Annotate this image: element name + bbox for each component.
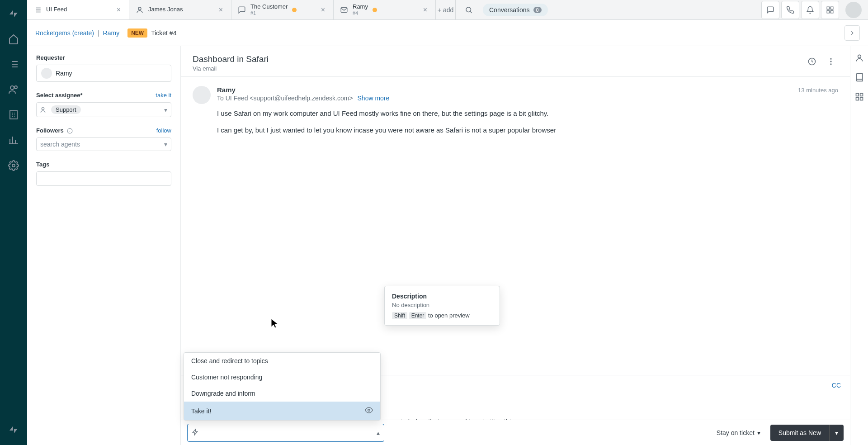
mail-icon <box>340 6 348 14</box>
tags-label: Tags <box>36 161 171 168</box>
grid-icon <box>855 92 864 101</box>
nav-org[interactable] <box>2 103 25 127</box>
conversations-pill[interactable]: Conversations 0 <box>483 4 548 16</box>
tab-ramy[interactable]: Ramy#4 × <box>334 0 436 19</box>
close-icon[interactable]: × <box>421 4 429 16</box>
nav-views[interactable] <box>2 52 25 76</box>
message-author[interactable]: Ramy <box>217 86 236 94</box>
building-icon <box>8 109 19 120</box>
breadcrumb-org[interactable]: Rocketgems (create) <box>35 29 94 37</box>
more-actions-button[interactable] <box>824 54 838 69</box>
svg-point-14 <box>830 58 831 60</box>
tab-the-customer[interactable]: The Customer#1 × <box>231 0 334 19</box>
submit-dropdown[interactable]: ▾ <box>829 425 844 441</box>
svg-rect-20 <box>860 98 863 100</box>
assignee-select[interactable]: Support ▾ <box>36 102 171 117</box>
list-icon <box>33 6 42 14</box>
cc-button[interactable]: CC <box>832 382 841 389</box>
requester-select[interactable]: Ramy <box>36 65 171 82</box>
context-knowledge-button[interactable] <box>855 73 864 83</box>
take-it-link[interactable]: take it <box>156 92 171 99</box>
follow-link[interactable]: follow <box>156 127 171 134</box>
chevron-up-icon[interactable]: ▴ <box>377 429 380 436</box>
apps-button[interactable] <box>821 1 839 19</box>
ticket-sidebar: Requester Ramy Select assignee* take it … <box>27 46 181 445</box>
tab-sub: #1 <box>250 10 288 16</box>
zendesk-icon <box>8 424 19 435</box>
show-more-link[interactable]: Show more <box>358 95 390 102</box>
svg-rect-10 <box>827 10 829 13</box>
macro-option[interactable]: Close and redirect to topics <box>184 353 380 369</box>
tab-sub: #4 <box>353 10 368 16</box>
status-indicator <box>373 8 377 12</box>
avatar <box>193 86 211 104</box>
tab-james-jonas[interactable]: James Jonas × <box>129 0 231 19</box>
nav-zendesk-bottom[interactable] <box>2 418 25 441</box>
macro-option[interactable]: Downgrade and inform <box>184 385 380 402</box>
context-user-button[interactable] <box>855 53 864 64</box>
add-label: add <box>443 6 453 14</box>
requester-field: Requester Ramy <box>36 54 171 82</box>
tabs-bar: UI Feed × James Jonas × The Customer#1 ×… <box>27 0 868 20</box>
eye-icon <box>365 406 373 416</box>
via-channel: Via email <box>193 65 799 72</box>
followers-input[interactable]: search agents ▾ <box>36 137 171 151</box>
bell-icon <box>806 6 814 14</box>
svg-point-16 <box>830 63 831 65</box>
conversations-count: 0 <box>533 7 542 13</box>
plus-icon: + <box>438 6 441 14</box>
nav-logo[interactable] <box>2 2 25 25</box>
nav-customers[interactable] <box>2 78 25 101</box>
close-icon[interactable]: × <box>115 4 123 16</box>
svg-point-1 <box>14 86 17 89</box>
status-indicator <box>292 8 297 12</box>
message: Ramy 13 minutes ago To UI Feed <support@… <box>193 86 838 142</box>
macro-combobox[interactable]: ▴ <box>187 424 384 442</box>
expand-button[interactable] <box>844 25 860 41</box>
svg-rect-18 <box>856 94 859 96</box>
ticket-subject[interactable]: Dashboard in Safari <box>193 54 799 64</box>
tab-ui-feed[interactable]: UI Feed × <box>27 0 129 19</box>
nav-admin[interactable] <box>2 154 25 177</box>
search-icon <box>465 6 473 14</box>
svg-point-17 <box>858 55 861 58</box>
chat-bubble-icon <box>766 6 774 14</box>
clock-icon <box>807 57 816 66</box>
nav-reports[interactable] <box>2 128 25 152</box>
svg-rect-8 <box>831 7 833 9</box>
submit-button[interactable]: Submit as New <box>770 425 829 441</box>
breadcrumb-sep: | <box>98 29 99 37</box>
nav-home[interactable] <box>2 27 25 51</box>
macro-option-selected[interactable]: Take it! <box>184 402 380 420</box>
user-avatar[interactable] <box>845 2 862 18</box>
macro-option[interactable]: Customer not responding <box>184 369 380 385</box>
conversation-header: Dashboard in Safari Via email <box>181 46 850 77</box>
breadcrumb-user[interactable]: Ramy <box>103 29 120 37</box>
svg-point-22 <box>368 409 370 412</box>
context-apps-button[interactable] <box>855 92 864 103</box>
talk-button[interactable] <box>781 1 799 19</box>
close-icon[interactable]: × <box>319 4 327 16</box>
chat-toggle-button[interactable] <box>761 1 779 19</box>
svg-point-11 <box>42 107 44 109</box>
users-icon <box>8 84 19 95</box>
tags-input[interactable] <box>36 171 171 186</box>
stay-on-ticket-dropdown[interactable]: Stay on ticket ▾ <box>712 426 765 440</box>
close-icon[interactable]: × <box>217 4 225 16</box>
notifications-button[interactable] <box>801 1 819 19</box>
search-button[interactable] <box>461 2 476 18</box>
assignee-value: Support <box>51 105 81 114</box>
followers-label: Followers <box>36 127 73 134</box>
grid-icon <box>826 6 834 14</box>
add-tab-button[interactable]: + add <box>436 0 456 19</box>
events-button[interactable] <box>805 54 819 69</box>
kebab-icon <box>826 57 835 66</box>
conversation-body: Ramy 13 minutes ago To UI Feed <support@… <box>181 77 850 375</box>
macro-input[interactable] <box>187 424 384 442</box>
followers-placeholder: search agents <box>40 141 80 148</box>
book-icon <box>855 73 864 82</box>
workspace: Requester Ramy Select assignee* take it … <box>27 46 850 445</box>
chat-icon <box>238 6 246 14</box>
home-icon <box>8 33 19 44</box>
svg-point-0 <box>10 86 14 90</box>
